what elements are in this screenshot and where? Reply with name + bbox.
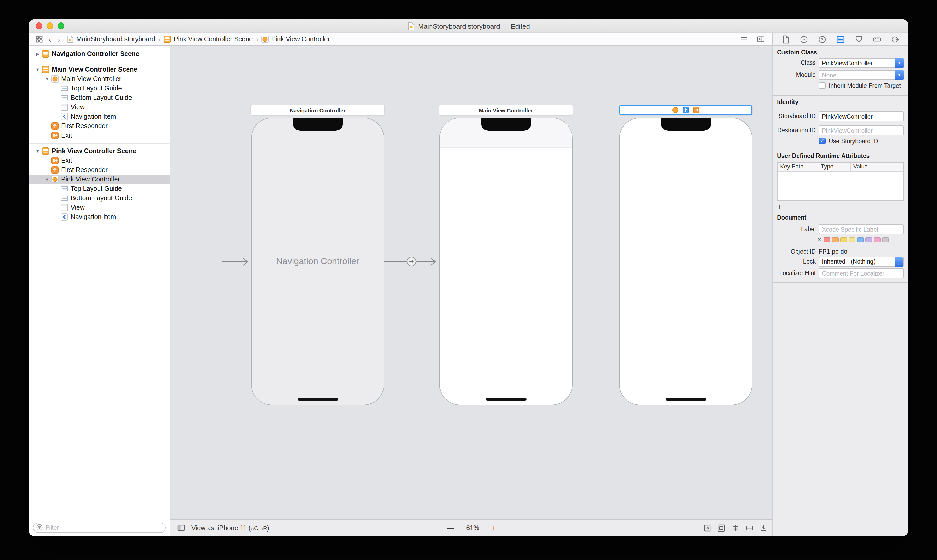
outline-toggle-button[interactable] — [177, 523, 186, 532]
color-swatch-7[interactable] — [882, 237, 889, 242]
dock-view-controller-icon[interactable] — [672, 107, 679, 114]
color-swatch-2[interactable] — [840, 237, 847, 242]
class-dropdown-button[interactable]: ▾ — [895, 58, 903, 68]
tab-file-inspector[interactable] — [781, 35, 790, 44]
minimize-button[interactable] — [46, 23, 53, 29]
module-dropdown-button[interactable]: ▾ — [895, 70, 903, 80]
outline-item-top-layout-guide[interactable]: Top Layout Guide — [29, 184, 170, 194]
view-as-control[interactable]: View as: iPhone 11 (wChR) — [191, 524, 269, 531]
color-swatch-0[interactable] — [824, 237, 831, 242]
outline-item-navigation-item[interactable]: Navigation Item — [29, 212, 170, 222]
outline-item-main-view-controller[interactable]: ▼Main View Controller — [29, 74, 170, 84]
editor-options-icon[interactable] — [740, 35, 748, 43]
window-titlebar[interactable]: MainStoryboard.storyboard — Edited — [29, 19, 908, 33]
scene-title-navigation-controller[interactable]: Navigation Controller — [251, 105, 384, 115]
disclosure-triangle[interactable]: ▼ — [43, 177, 51, 182]
color-swatch-4[interactable] — [857, 237, 864, 242]
embed-icon[interactable] — [717, 523, 726, 532]
disclosure-triangle[interactable]: ▼ — [43, 77, 51, 81]
back-button[interactable]: ‹ — [49, 35, 51, 44]
document-icon — [407, 22, 415, 30]
outline-item-pink-view-controller[interactable]: ▼Pink View Controller — [29, 175, 170, 184]
color-clear-button[interactable]: × — [818, 236, 821, 243]
outline-item-first-responder[interactable]: First Responder — [29, 121, 170, 131]
breadcrumb-label: Pink View Controller — [271, 35, 330, 43]
device-pink-view-controller[interactable] — [619, 118, 752, 405]
lock-popup[interactable]: Inherited - (Nothing) ▴▾ — [819, 257, 903, 267]
restoration-id-field[interactable] — [819, 126, 903, 135]
breadcrumb-item-mainstoryboard-storyboard[interactable]: MainStoryboard.storyboard — [66, 35, 155, 43]
runtime-attributes-body[interactable] — [777, 171, 903, 201]
scene-dock-selected[interactable] — [619, 105, 752, 115]
inherit-module-checkbox[interactable] — [819, 82, 826, 89]
trait-height-key: h — [260, 526, 263, 531]
zoom-level[interactable]: 61% — [466, 524, 479, 531]
outline-item-pink-view-controller-scene[interactable]: ▼Pink View Controller Scene — [29, 146, 170, 156]
custom-class-header: Custom Class — [777, 49, 817, 55]
editor-toolbar-icons — [740, 35, 765, 43]
pin-icon[interactable] — [745, 523, 754, 532]
device-main-view-controller[interactable] — [439, 118, 572, 405]
outline-item-top-layout-guide[interactable]: Top Layout Guide — [29, 84, 170, 93]
first-responder-icon — [51, 122, 58, 130]
zoom-in-button[interactable]: + — [492, 524, 496, 531]
outline-item-view[interactable]: View — [29, 103, 170, 112]
dock-first-responder-icon[interactable] — [682, 107, 689, 114]
disclosure-triangle[interactable]: ▶ — [34, 51, 41, 56]
outline-item-view[interactable]: View — [29, 203, 170, 212]
forward-button[interactable]: › — [57, 35, 60, 44]
add-attribute-button[interactable]: + — [777, 203, 782, 211]
breadcrumb-item-pink-view-controller[interactable]: Pink View Controller — [261, 35, 330, 43]
outline-item-navigation-controller-scene[interactable]: ▶Navigation Controller Scene — [29, 49, 170, 58]
related-items-icon[interactable] — [35, 35, 43, 43]
tab-identity-inspector[interactable] — [836, 35, 845, 44]
close-button[interactable] — [35, 23, 42, 29]
device-navigation-controller[interactable]: Navigation Controller — [251, 118, 384, 405]
add-editor-icon[interactable] — [757, 35, 765, 43]
color-swatch-3[interactable] — [849, 237, 856, 242]
outline-item-exit[interactable]: Exit — [29, 156, 170, 165]
outline-item-first-responder[interactable]: First Responder — [29, 165, 170, 175]
storyboard-canvas[interactable]: Navigation Controller Main View Controll… — [171, 46, 772, 536]
outline-item-exit[interactable]: Exit — [29, 131, 170, 140]
resolve-icon[interactable] — [759, 523, 768, 532]
outline-item-bottom-layout-guide[interactable]: Bottom Layout Guide — [29, 93, 170, 103]
class-field[interactable] — [819, 58, 903, 68]
tab-connections-inspector[interactable] — [891, 35, 900, 44]
disclosure-triangle[interactable]: ▼ — [34, 67, 41, 72]
class-row: Class ▾ — [773, 57, 903, 68]
update-frames-icon[interactable] — [703, 523, 712, 532]
color-swatch-6[interactable] — [874, 237, 881, 242]
zoom-button[interactable] — [57, 23, 64, 29]
tab-attributes-inspector[interactable] — [854, 35, 863, 44]
module-field[interactable] — [819, 70, 903, 80]
view-icon — [61, 103, 68, 111]
scene-title-main-view-controller[interactable]: Main View Controller — [439, 105, 572, 115]
zoom-out-button[interactable]: — — [447, 524, 454, 531]
use-storyboard-id-checkbox[interactable] — [819, 137, 826, 144]
storyboard-id-field[interactable] — [819, 111, 903, 121]
tab-size-inspector[interactable] — [873, 35, 882, 44]
outline-item-label: First Responder — [61, 122, 108, 130]
color-swatch-1[interactable] — [832, 237, 839, 242]
tab-quick-help-inspector[interactable]: ? — [818, 35, 827, 44]
remove-attribute-button[interactable]: − — [789, 203, 793, 211]
breadcrumb-item-pink-view-controller-scene[interactable]: Pink View Controller Scene — [164, 35, 252, 43]
outline-item-main-view-controller-scene[interactable]: ▼Main View Controller Scene — [29, 65, 170, 74]
localizer-hint-field[interactable] — [819, 268, 903, 278]
filter-input[interactable] — [33, 523, 166, 532]
document-label-field[interactable] — [819, 224, 903, 234]
align-icon[interactable] — [731, 523, 740, 532]
color-swatch-5[interactable] — [866, 237, 872, 242]
disclosure-triangle[interactable]: ▼ — [34, 149, 41, 154]
outline-item-navigation-item[interactable]: Navigation Item — [29, 112, 170, 121]
lock-popup-button[interactable]: ▴▾ — [895, 257, 903, 267]
document-color-swatches: × — [818, 236, 889, 243]
tab-history-inspector[interactable] — [800, 35, 808, 44]
outline-item-bottom-layout-guide[interactable]: Bottom Layout Guide — [29, 194, 170, 203]
runtime-attributes-table: Key PathTypeValue — [777, 162, 903, 201]
inherit-module-label: Inherit Module From Target — [829, 82, 901, 90]
dock-exit-icon[interactable] — [693, 107, 700, 114]
segue-badge[interactable] — [407, 257, 416, 266]
storyboard-file-icon — [66, 35, 74, 43]
